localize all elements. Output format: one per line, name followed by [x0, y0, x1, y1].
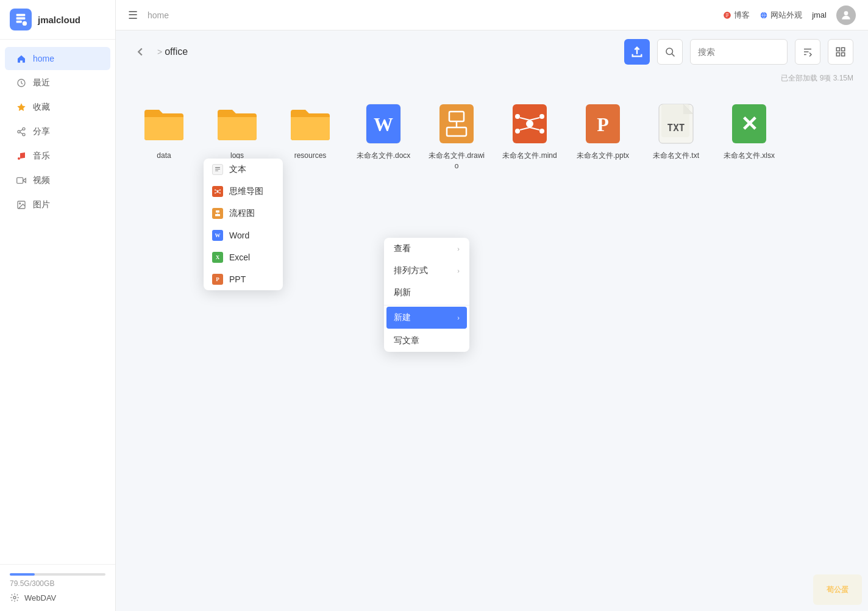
svg-line-9 — [20, 129, 23, 131]
logo-text: jmalcloud — [38, 15, 80, 25]
svg-rect-51 — [215, 169, 220, 170]
svg-rect-64 — [215, 214, 220, 216]
storage-text: 79.5G/300GB — [10, 579, 105, 588]
main-area: ☰ home 博客 网站外观 jmal > office — [116, 0, 868, 611]
favorites-icon — [16, 102, 27, 113]
submenu-ppt-label: PPT — [229, 274, 246, 284]
svg-point-53 — [217, 191, 219, 193]
recent-icon — [16, 77, 27, 88]
sidebar-item-home-label: home — [33, 54, 54, 63]
menu-item-refresh[interactable]: 刷新 — [384, 282, 469, 304]
context-menu-overlay[interactable]: 查看 › 排列方式 › 刷新 新建 › 写文章 — [116, 30, 868, 611]
blog-link[interactable]: 博客 — [723, 10, 750, 21]
storage-bar-bg — [10, 573, 105, 576]
topbar-username: jmal — [812, 10, 827, 20]
sidebar-item-favorites-label: 收藏 — [33, 102, 50, 113]
ppt-icon: P — [212, 274, 223, 285]
sidebar-item-share-label: 分享 — [33, 126, 50, 137]
flowchart-icon — [212, 208, 223, 219]
menu-item-new[interactable]: 新建 › — [386, 307, 467, 329]
sort-arrow: › — [457, 267, 460, 274]
svg-point-6 — [18, 130, 20, 133]
svg-rect-1 — [16, 17, 26, 20]
sidebar-item-video-label: 视频 — [33, 175, 50, 186]
sidebar-item-video[interactable]: 视频 — [5, 169, 110, 192]
menu-item-sort[interactable]: 排列方式 › — [384, 260, 469, 282]
submenu-item-ppt[interactable]: P PPT — [204, 268, 283, 290]
svg-line-8 — [20, 132, 23, 134]
submenu-mindmap-label: 思维导图 — [229, 186, 263, 197]
sidebar: jmalcloud home 最近 收藏 分 — [0, 0, 116, 611]
svg-line-59 — [216, 193, 218, 193]
sidebar-item-music[interactable]: 音乐 — [5, 145, 110, 168]
submenu-item-mindmap[interactable]: 思维导图 — [204, 180, 283, 202]
storage-bar-fill — [10, 573, 35, 576]
images-icon — [16, 199, 27, 210]
svg-point-56 — [219, 190, 221, 191]
menu-divider — [384, 305, 469, 306]
sidebar-item-favorites[interactable]: 收藏 — [5, 96, 110, 119]
sidebar-logo: jmalcloud — [0, 0, 115, 40]
logo-icon — [10, 9, 32, 30]
sidebar-item-home[interactable]: home — [5, 47, 110, 70]
svg-point-7 — [23, 134, 25, 136]
svg-rect-11 — [17, 177, 23, 183]
topbar-breadcrumb: home — [148, 10, 169, 20]
context-menu: 查看 › 排列方式 › 刷新 新建 › 写文章 — [384, 238, 469, 352]
content-area: > office 已全部加载 9项 3.15M — [116, 30, 868, 611]
svg-line-58 — [216, 190, 218, 191]
webdav-label: WebDAV — [24, 593, 56, 602]
sidebar-item-images-label: 图片 — [33, 199, 50, 210]
svg-point-54 — [215, 190, 216, 191]
mindmap-icon — [212, 186, 223, 197]
excel-icon: X — [212, 252, 223, 263]
svg-point-16 — [844, 11, 848, 15]
menu-icon[interactable]: ☰ — [128, 9, 138, 22]
music-icon — [16, 151, 27, 162]
word-icon: W — [212, 230, 223, 241]
text-icon — [212, 164, 223, 175]
svg-marker-10 — [23, 179, 26, 183]
svg-rect-50 — [215, 167, 220, 168]
new-arrow: › — [457, 314, 460, 321]
topbar-avatar[interactable] — [836, 5, 856, 25]
svg-point-5 — [23, 127, 25, 130]
svg-rect-62 — [216, 210, 219, 213]
svg-point-14 — [13, 596, 16, 599]
topbar-right: 博客 网站外观 jmal — [723, 5, 856, 25]
svg-point-55 — [215, 193, 216, 194]
menu-item-write[interactable]: 写文章 — [384, 330, 469, 352]
submenu-item-excel[interactable]: X Excel — [204, 246, 283, 268]
sidebar-item-images[interactable]: 图片 — [5, 193, 110, 216]
submenu-excel-label: Excel — [229, 252, 250, 262]
svg-point-57 — [219, 193, 221, 194]
submenu-item-flowchart[interactable]: 流程图 — [204, 202, 283, 224]
submenu-item-word[interactable]: W Word — [204, 224, 283, 246]
svg-point-3 — [23, 21, 27, 26]
site-view-link[interactable]: 网站外观 — [760, 10, 802, 21]
home-icon — [16, 53, 27, 64]
svg-rect-52 — [215, 171, 218, 171]
submenu-flowchart-label: 流程图 — [229, 208, 255, 219]
sidebar-item-music-label: 音乐 — [33, 151, 50, 162]
sidebar-item-recent-label: 最近 — [33, 77, 50, 88]
view-arrow: › — [457, 245, 460, 252]
video-icon — [16, 175, 27, 186]
topbar: ☰ home 博客 网站外观 jmal — [116, 0, 868, 30]
submenu-text-label: 文本 — [229, 164, 246, 175]
submenu-word-label: Word — [229, 230, 249, 240]
submenu-item-text[interactable]: 文本 — [204, 159, 283, 180]
svg-rect-0 — [16, 14, 26, 16]
webdav-item[interactable]: WebDAV — [10, 588, 105, 602]
sidebar-footer: 79.5G/300GB WebDAV — [0, 564, 115, 611]
svg-line-60 — [218, 190, 219, 191]
submenu: 文本 思维导图 流程图 W — [204, 159, 283, 290]
sidebar-item-share[interactable]: 分享 — [5, 120, 110, 143]
share-icon — [16, 126, 27, 137]
svg-point-13 — [20, 203, 21, 204]
menu-item-view[interactable]: 查看 › — [384, 238, 469, 260]
sidebar-item-recent[interactable]: 最近 — [5, 71, 110, 95]
svg-line-61 — [218, 193, 219, 193]
sidebar-nav: home 最近 收藏 分享 音乐 — [0, 40, 115, 564]
svg-rect-2 — [16, 21, 22, 23]
